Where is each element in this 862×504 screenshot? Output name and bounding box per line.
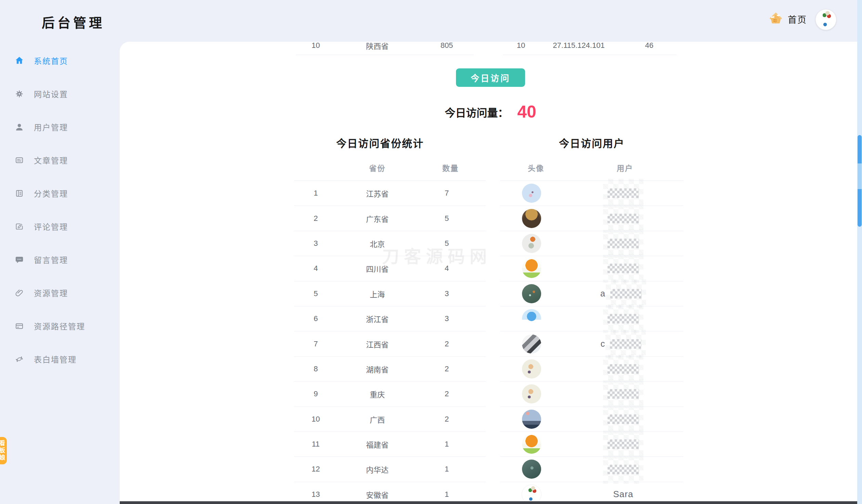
sidebar-item-系统首页[interactable]: 系统首页: [15, 53, 68, 68]
sidebar-item-分类管理[interactable]: 分类管理: [15, 186, 68, 201]
user-table-row: Sara: [500, 482, 683, 501]
user-name-pixelated-core: [608, 389, 639, 399]
user-avatar-cell: [500, 309, 563, 328]
message-bubble-icon: [15, 255, 24, 264]
header-user-avatar[interactable]: [815, 9, 836, 30]
user-name-pixelated: [605, 330, 646, 358]
user-avatar-cell: [500, 485, 563, 501]
user-avatar-cell: [500, 460, 563, 479]
today-visit-stat-value: 40: [517, 102, 536, 122]
scrollbar-thumb[interactable]: [858, 135, 862, 227]
province-rank: 6: [294, 314, 337, 323]
sidebar-item-留言管理[interactable]: 留言管理: [15, 252, 68, 267]
province-count: 1: [417, 490, 476, 499]
province-rank: 8: [294, 364, 337, 373]
button-balloons-avatar: [522, 485, 541, 501]
user-avatar-cell: [500, 359, 563, 379]
city-sky-avatar: [522, 410, 541, 429]
province-table-row: 1江苏省7: [294, 181, 486, 206]
user-name-pixelated: [603, 254, 643, 283]
divider: [296, 55, 474, 55]
province-name: 浙江省: [337, 313, 417, 324]
scrolled-province-rank: 10: [294, 42, 337, 50]
province-name: 上海: [337, 288, 417, 299]
today-visit-button[interactable]: 今日访问: [456, 68, 525, 87]
province-table-row: 8湖南省2: [294, 357, 486, 382]
user-table-body: acSara: [500, 181, 683, 501]
today-visit-stat-label: 今日访问量：: [445, 104, 508, 120]
scrolled-province-count: 805: [417, 42, 476, 50]
paperclip-icon: [15, 288, 24, 297]
user-avatar-cell: [500, 435, 563, 454]
user-name-pixelated-core: [608, 414, 639, 424]
kanban-girl-badge[interactable]: 看板娘: [0, 437, 7, 464]
province-table-row: 9重庆2: [294, 382, 486, 407]
province-rank: 12: [294, 465, 337, 474]
user-name-pixelated-core: [608, 264, 639, 273]
user-icon: [15, 122, 24, 132]
user-name-cell: [563, 304, 683, 333]
divider: [503, 55, 677, 55]
user-name-pixelated-core: [608, 364, 639, 374]
kanban-girl-badge-label: 看板娘: [0, 440, 6, 462]
user-table-row: [500, 382, 683, 407]
user-name-cell: c: [563, 330, 683, 358]
header-home-link[interactable]: 首页: [769, 8, 807, 30]
user-table-row: c: [500, 331, 683, 356]
user-table-row: [500, 231, 683, 256]
province-name: 四川省: [337, 263, 417, 274]
user-table-row: [500, 181, 683, 206]
anime-sketch-avatar: [522, 334, 541, 354]
autumn-tree-avatar: [522, 435, 541, 454]
user-name-pixelated: [606, 279, 646, 308]
province-rank: 3: [294, 239, 337, 248]
province-count: 1: [417, 440, 476, 449]
province-name: 江苏省: [337, 188, 417, 199]
sidebar-item-label: 分类管理: [34, 187, 68, 199]
card-icon: [15, 321, 24, 331]
province-rank: 13: [294, 490, 337, 499]
province-table-row: 4四川省4: [294, 256, 486, 281]
sidebar-item-label: 网站设置: [34, 88, 68, 100]
sidebar-item-文章管理[interactable]: 文章管理: [15, 152, 68, 168]
province-table-row: 7江西省2: [294, 331, 486, 356]
province-rank: 7: [294, 340, 337, 348]
sidebar-item-资源路径管理[interactable]: 资源路径管理: [15, 318, 85, 333]
province-table-row: 6浙江省3: [294, 306, 486, 331]
sidebar-item-label: 资源管理: [34, 287, 68, 299]
province-table-row: 13安徽省1: [294, 482, 486, 501]
sidebar-item-网站设置[interactable]: 网站设置: [15, 86, 68, 101]
sidebar-item-资源管理[interactable]: 资源管理: [15, 285, 68, 300]
user-avatar-cell: [500, 184, 563, 203]
sidebar-item-用户管理[interactable]: 用户管理: [15, 119, 68, 134]
user-name-pixelated: [603, 229, 643, 258]
province-table-row: 5上海3: [294, 281, 486, 306]
app-title: 后台管理: [42, 12, 105, 31]
province-table-row: 3北京5: [294, 231, 486, 256]
user-avatar-cell: [500, 410, 563, 429]
province-count: 5: [417, 214, 476, 223]
user-table-title: 今日访问用户: [523, 135, 660, 150]
province-count: 2: [417, 389, 476, 398]
user-name-prefix: a: [600, 289, 605, 299]
province-rank: 9: [294, 389, 337, 398]
province-table-title: 今日访问省份统计: [312, 135, 448, 150]
user-avatar-cell: [500, 284, 563, 303]
header-home-label: 首页: [788, 13, 807, 25]
user-name-cell: a: [563, 279, 683, 308]
scrolled-ip-count: 46: [618, 42, 680, 50]
scrollbar-track[interactable]: [857, 0, 862, 504]
sidebar-item-表白墙管理[interactable]: 表白墙管理: [15, 352, 77, 367]
user-table-row: [500, 432, 683, 457]
user-avatar-cell: [500, 334, 563, 354]
scrolled-province-row: 10 陕西省 805: [294, 42, 486, 54]
sidebar-item-评论管理[interactable]: 评论管理: [15, 219, 68, 234]
province-count: 3: [417, 314, 476, 323]
province-count: 2: [417, 415, 476, 424]
province-rank: 4: [294, 264, 337, 273]
music-box-avatar: [522, 359, 541, 379]
province-name: 广东省: [337, 213, 417, 224]
user-name-prefix: c: [601, 339, 605, 349]
category-icon: [15, 189, 24, 198]
bottom-strip: [120, 501, 862, 504]
